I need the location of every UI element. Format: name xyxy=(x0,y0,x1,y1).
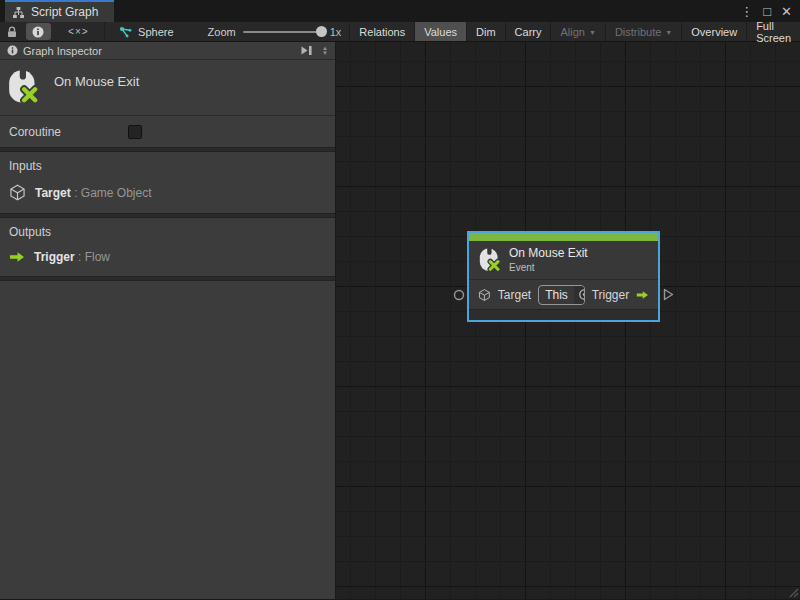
mouse-exit-icon xyxy=(479,247,500,273)
overview-button[interactable]: Overview xyxy=(681,22,746,41)
info-icon xyxy=(32,26,44,38)
graph-name-label: Sphere xyxy=(138,26,173,38)
flow-arrow-icon xyxy=(9,251,25,263)
on-mouse-exit-node[interactable]: On Mouse Exit Event Target This xyxy=(467,231,660,322)
node-input-connection-port[interactable] xyxy=(453,289,465,301)
output-port-triangle-icon xyxy=(663,288,674,301)
node-title: On Mouse Exit xyxy=(509,246,588,260)
mouse-exit-icon xyxy=(8,69,38,105)
trigger-port-label: Trigger xyxy=(592,288,630,302)
node-port-row: Target This Trigger xyxy=(469,279,658,309)
toolbar-buttons: Relations Values Dim Carry Align ▼ Distr… xyxy=(349,22,800,41)
zoom-label: Zoom xyxy=(208,26,236,38)
node-footer xyxy=(469,309,658,320)
zoom-value: 1x xyxy=(330,26,342,38)
code-reference-button[interactable]: <×> xyxy=(53,22,105,41)
lock-icon xyxy=(7,26,17,38)
output-type: Flow xyxy=(85,250,110,264)
input-port-circle-icon xyxy=(453,289,465,301)
zoom-slider-thumb[interactable] xyxy=(316,26,327,37)
object-picker-icon xyxy=(578,288,585,301)
resize-grip[interactable] xyxy=(789,588,799,598)
outputs-section: Outputs Trigger : Flow xyxy=(0,218,335,276)
graph-asset-button[interactable]: Sphere xyxy=(105,22,185,41)
cube-icon xyxy=(9,184,26,201)
unit-title: On Mouse Exit xyxy=(54,74,139,89)
coroutine-checkbox[interactable] xyxy=(128,125,142,139)
inspector-title: Graph Inspector xyxy=(23,45,295,57)
target-value: This xyxy=(539,288,574,302)
inspector-header: Graph Inspector ▲ ▼ xyxy=(0,42,335,60)
target-value-field[interactable]: This xyxy=(538,285,584,305)
node-header[interactable]: On Mouse Exit Event xyxy=(469,241,658,279)
info-toggle-button[interactable] xyxy=(26,23,50,40)
node-output-connection-port[interactable] xyxy=(663,288,674,301)
graph-toolbar: <×> Sphere Zoom 1x Relations Values Dim … xyxy=(0,22,800,42)
fullscreen-button[interactable]: Full Screen xyxy=(746,22,800,41)
outputs-heading: Outputs xyxy=(9,225,326,239)
lock-button[interactable] xyxy=(0,22,24,41)
tab-label: Script Graph xyxy=(31,5,98,19)
input-port-row: Target : Game Object xyxy=(9,184,326,201)
graph-inspector-panel: Graph Inspector ▲ ▼ xyxy=(0,42,336,599)
target-port-label: Target xyxy=(498,288,531,302)
dock-icon[interactable] xyxy=(300,45,313,56)
info-icon xyxy=(7,45,18,56)
object-picker-button[interactable] xyxy=(574,286,585,304)
input-type: Game Object xyxy=(81,186,152,200)
output-name: Trigger xyxy=(34,250,75,264)
tab-script-graph[interactable]: Script Graph xyxy=(5,0,114,22)
close-icon[interactable]: ✕ xyxy=(781,5,792,18)
values-button[interactable]: Values xyxy=(414,22,466,41)
input-name: Target xyxy=(35,186,71,200)
coroutine-label: Coroutine xyxy=(9,125,128,139)
dropdown-arrow-icon: ▼ xyxy=(665,29,672,36)
window-tabbar: Script Graph ⋮ □ ✕ xyxy=(0,0,800,22)
graph-canvas[interactable]: On Mouse Exit Event Target This xyxy=(336,42,800,599)
relations-button[interactable]: Relations xyxy=(349,22,414,41)
dim-button[interactable]: Dim xyxy=(466,22,505,41)
inspected-unit-header: On Mouse Exit xyxy=(0,60,335,115)
zoom-control: Zoom 1x xyxy=(186,22,350,41)
script-graph-asset-icon xyxy=(119,26,132,38)
inspector-spinner[interactable]: ▲ ▼ xyxy=(318,46,332,56)
maximize-icon[interactable]: □ xyxy=(763,5,771,18)
event-accent-bar xyxy=(469,233,658,241)
inputs-heading: Inputs xyxy=(9,159,326,173)
code-icon: <×> xyxy=(68,26,89,37)
align-dropdown[interactable]: Align ▼ xyxy=(550,22,604,41)
dropdown-arrow-icon: ▼ xyxy=(589,29,596,36)
inputs-section: Inputs Target : Game Object xyxy=(0,152,335,213)
inspector-empty-area xyxy=(0,281,335,599)
carry-button[interactable]: Carry xyxy=(505,22,551,41)
coroutine-row: Coroutine xyxy=(0,116,335,147)
menu-icon[interactable]: ⋮ xyxy=(740,5,753,18)
distribute-dropdown[interactable]: Distribute ▼ xyxy=(605,22,681,41)
output-port-row: Trigger : Flow xyxy=(9,250,326,264)
script-graph-window-icon xyxy=(12,6,25,19)
flow-arrow-icon xyxy=(636,289,649,301)
spin-down-icon[interactable]: ▼ xyxy=(322,51,328,56)
cube-icon xyxy=(478,287,491,303)
node-subtitle: Event xyxy=(509,262,588,273)
zoom-slider[interactable] xyxy=(243,31,323,33)
